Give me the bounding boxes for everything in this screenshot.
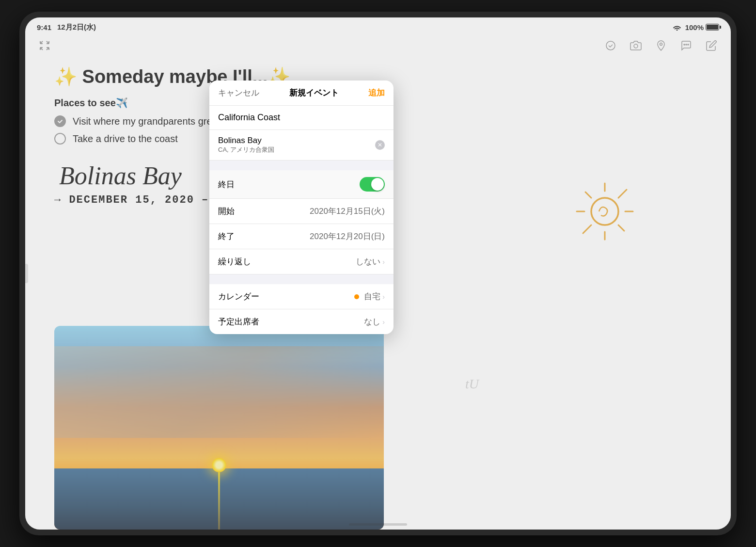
attendees-label: 予定出席者: [218, 316, 259, 327]
end-label: 終了: [218, 231, 235, 242]
start-value: 2020年12月15日(火): [310, 206, 385, 217]
modal-add-button[interactable]: 追加: [368, 87, 385, 98]
calendar-chevron: ›: [382, 293, 385, 301]
attendees-value-container: なし ›: [364, 316, 385, 327]
modal-header: キャンセル 新規イベント 追加: [209, 80, 394, 106]
end-value: 2020年12月20日(日): [310, 231, 385, 242]
repeat-row[interactable]: 繰り返し しない ›: [209, 249, 394, 274]
event-title-field[interactable]: California Coast: [209, 106, 394, 130]
all-day-toggle[interactable]: [360, 177, 385, 192]
all-day-label: 終日: [218, 179, 235, 190]
ipad-frame: 9:41 12月2日(水) 100%: [19, 12, 737, 535]
start-label: 開始: [218, 206, 235, 217]
calendar-row[interactable]: カレンダー 自宅 ›: [209, 284, 394, 309]
section-gap-1: [209, 161, 394, 170]
start-date-row[interactable]: 開始 2020年12月15日(火): [209, 199, 394, 224]
section-gap-2: [209, 274, 394, 284]
event-modal: キャンセル 新規イベント 追加 California Coast Bolinas…: [209, 80, 394, 334]
repeat-chevron: ›: [382, 258, 385, 266]
location-name: Bolinas Bay: [218, 136, 375, 145]
attendees-row[interactable]: 予定出席者 なし ›: [209, 309, 394, 334]
ipad-screen: 9:41 12月2日(水) 100%: [25, 17, 731, 530]
calendar-value: 自宅: [364, 291, 380, 302]
start-value-container: 2020年12月15日(火): [310, 206, 385, 217]
all-day-row: 終日: [209, 170, 394, 199]
location-clear-button[interactable]: ✕: [375, 140, 385, 150]
modal-cancel-button[interactable]: キャンセル: [218, 87, 259, 98]
repeat-value: しない: [356, 256, 380, 267]
end-value-container: 2020年12月20日(日): [310, 231, 385, 242]
calendar-value-container: 自宅 ›: [354, 291, 385, 302]
repeat-value-container: しない ›: [356, 256, 385, 267]
location-detail: CA, アメリカ合衆国: [218, 145, 375, 154]
repeat-label: 繰り返し: [218, 256, 251, 267]
calendar-label: カレンダー: [218, 291, 259, 302]
attendees-chevron: ›: [382, 318, 385, 326]
location-field[interactable]: Bolinas Bay CA, アメリカ合衆国 ✕: [209, 130, 394, 161]
attendees-value: なし: [364, 316, 380, 327]
location-info: Bolinas Bay CA, アメリカ合衆国: [218, 136, 375, 154]
calendar-dot: [354, 294, 359, 299]
modal-title: 新規イベント: [289, 87, 339, 98]
end-date-row[interactable]: 終了 2020年12月20日(日): [209, 224, 394, 249]
